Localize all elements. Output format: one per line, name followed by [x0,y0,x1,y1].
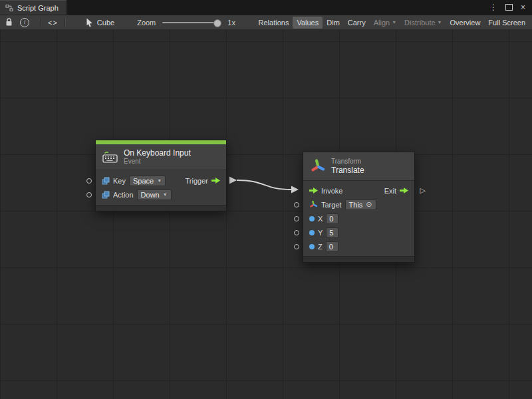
x-row: X 0 [303,211,414,225]
node-subtitle: Event [124,158,191,166]
connection-layer [0,29,532,399]
y-value-field[interactable]: 5 [326,227,338,238]
object-picker-icon: ⊙ [366,201,372,208]
graph-target-name[interactable]: Cube [97,19,114,27]
keyboard-node-header[interactable]: On Keyboard Input Event [96,144,226,170]
tab-script-graph[interactable]: Script Graph [0,0,66,15]
value-port-dot [309,216,315,221]
close-icon[interactable]: × [521,3,525,11]
target-input-port[interactable] [294,202,299,207]
keyboard-icon [102,151,118,163]
action-label: Action [113,191,134,199]
script-graph-icon [5,4,13,12]
transform-mini-icon [309,200,318,209]
distribute-button: Distribute ▼ [400,17,446,29]
trigger-output-port[interactable] [229,177,237,184]
x-label: X [318,215,323,223]
info-icon[interactable]: i [20,18,29,27]
invoke-label: Invoke [321,187,342,195]
chevron-down-icon: ▼ [157,178,162,183]
invoke-exit-row: Invoke Exit ▷ [303,184,414,198]
z-input-port[interactable] [294,244,299,249]
window-titlebar: Script Graph ⋮ × [0,0,532,15]
z-value-field[interactable]: 0 [326,241,338,252]
flow-arrow-icon [309,188,318,194]
fullscreen-button[interactable]: Full Screen [484,17,529,29]
x-input-port[interactable] [294,216,299,221]
flow-arrow-icon [211,178,220,184]
chevron-down-icon: ▼ [392,20,396,25]
toolbar-separator [40,18,41,27]
selection-cursor-icon [86,18,94,27]
toolbar-separator [65,18,66,27]
target-label: Target [321,201,342,209]
toolbar-button-group: Relations Values Dim Carry Align ▼ Distr… [255,17,529,29]
on-keyboard-input-node[interactable]: On Keyboard Input Event Key Space ▼ Trig… [95,140,227,211]
code-view-icon[interactable]: <> [48,19,58,27]
y-label: Y [318,229,323,237]
zoom-slider[interactable] [162,22,219,23]
values-button[interactable]: Values [293,17,323,29]
value-type-icon [102,191,110,199]
exit-label: Exit [384,187,396,195]
carry-button[interactable]: Carry [344,17,370,29]
lock-icon[interactable] [5,18,13,27]
transform-icon [310,158,326,174]
node-footer [96,205,226,211]
translate-node-header[interactable]: Transform Translate [303,152,414,181]
x-value-field[interactable]: 0 [326,213,338,224]
maximize-icon[interactable] [505,4,513,11]
flow-arrow-icon [400,188,408,194]
connection-arrowhead [291,186,299,194]
y-row: Y 5 [303,225,414,239]
zoom-label: Zoom [137,19,156,27]
window-menu-icon[interactable]: ⋮ [489,3,497,11]
key-row: Key Space ▼ Trigger [96,174,226,188]
exit-output-port[interactable]: ▷ [420,187,426,194]
trigger-label: Trigger [186,177,208,185]
node-title: On Keyboard Input [124,148,191,158]
zoom-slider-knob[interactable] [213,19,221,27]
tab-title: Script Graph [17,4,59,12]
graph-canvas[interactable]: On Keyboard Input Event Key Space ▼ Trig… [0,29,532,399]
window-controls: ⋮ × [483,0,532,15]
zoom-value: 1x [227,19,235,27]
key-dropdown[interactable]: Space ▼ [129,176,166,186]
action-dropdown[interactable]: Down ▼ [137,190,172,200]
y-input-port[interactable] [294,230,299,235]
target-row: Target This ⊙ [303,198,414,211]
z-row: Z 0 [303,239,414,253]
key-input-port[interactable] [86,178,92,184]
node-category: Transform [331,158,364,166]
action-input-port[interactable] [86,192,92,198]
align-button: Align ▼ [370,17,400,29]
dim-button[interactable]: Dim [323,17,344,29]
value-port-dot [309,230,315,235]
transform-translate-node[interactable]: Transform Translate Invoke Exit ▷ [303,152,415,263]
node-footer [303,256,414,262]
value-type-icon [102,177,110,185]
relations-button[interactable]: Relations [255,17,293,29]
connection-wire[interactable] [237,180,291,190]
overview-button[interactable]: Overview [446,17,485,29]
value-port-dot [309,244,315,249]
z-label: Z [318,243,323,251]
graph-toolbar: i <> Cube Zoom 1x Relations Values Dim C… [0,15,532,30]
target-object-chip[interactable]: This ⊙ [345,200,376,210]
chevron-down-icon: ▼ [163,192,168,197]
chevron-down-icon: ▼ [438,20,442,25]
key-label: Key [113,177,126,185]
action-row: Action Down ▼ [96,188,226,201]
node-title: Translate [331,166,364,175]
